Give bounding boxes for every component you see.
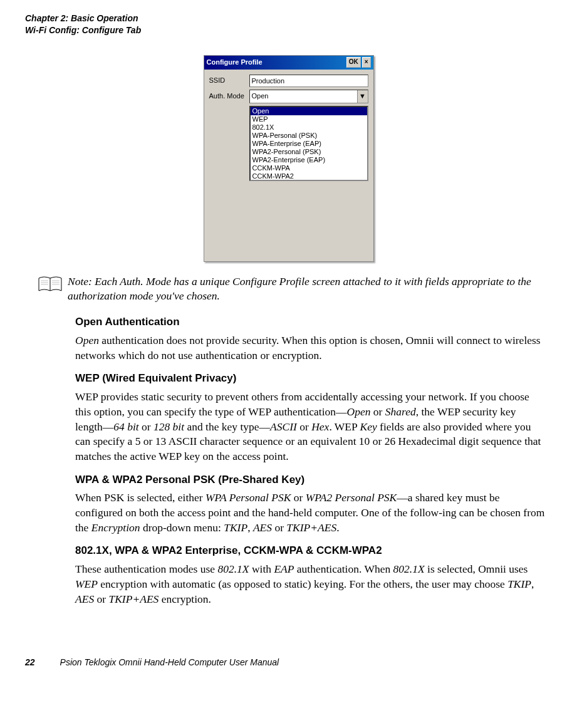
- list-item[interactable]: WPA-Enterprise (EAP): [251, 140, 367, 148]
- configure-profile-dialog: Configure Profile OK × SSID Production A…: [204, 55, 374, 262]
- list-item[interactable]: Open: [251, 107, 367, 115]
- auth-mode-listbox[interactable]: Open WEP 802.1X WPA-Personal (PSK) WPA-E…: [249, 106, 368, 181]
- footer-title: Psion Teklogix Omnii Hand-Held Computer …: [60, 657, 279, 668]
- para-psk: When PSK is selected, either WPA Persona…: [75, 491, 546, 535]
- heading-psk: WPA & WPA2 Personal PSK (Pre-Shared Key): [75, 473, 546, 487]
- list-item[interactable]: WPA2-Personal (PSK): [251, 148, 367, 156]
- heading-wep: WEP (Wired Equivalent Privacy): [75, 372, 546, 386]
- para-open-auth: Open authentication does not provide sec…: [75, 333, 546, 363]
- ssid-input[interactable]: Production: [249, 75, 368, 87]
- list-item[interactable]: 802.1X: [251, 123, 367, 132]
- close-button[interactable]: ×: [362, 57, 371, 68]
- chevron-down-icon[interactable]: ▼: [357, 90, 368, 103]
- page-header: Chapter 2: Basic Operation Wi-Fi Config:…: [25, 13, 552, 36]
- para-enterprise: These authentication modes use 802.1X wi…: [75, 562, 546, 606]
- ok-button[interactable]: OK: [346, 57, 361, 68]
- page-footer: 22 Psion Teklogix Omnii Hand-Held Comput…: [25, 657, 552, 668]
- note-block: Note: Each Auth. Mode has a unique Confi…: [25, 274, 552, 303]
- list-item[interactable]: WPA-Personal (PSK): [251, 132, 367, 140]
- list-item[interactable]: WPA2-Enterprise (EAP): [251, 156, 367, 164]
- auth-mode-label: Auth. Mode: [209, 91, 249, 101]
- para-wep: WEP provides static security to prevent …: [75, 390, 546, 464]
- heading-enterprise: 802.1X, WPA & WPA2 Enterprise, CCKM-WPA …: [75, 544, 546, 558]
- note-body: Each Auth. Mode has a unique Configure P…: [68, 275, 531, 302]
- heading-open-auth: Open Authentication: [75, 315, 546, 330]
- note-text: Note: Each Auth. Mode has a unique Confi…: [68, 274, 552, 303]
- chapter-line: Chapter 2: Basic Operation: [25, 13, 552, 24]
- auth-mode-dropdown[interactable]: Open ▼: [249, 90, 368, 103]
- list-item[interactable]: CCKM-WPA: [251, 164, 367, 172]
- content-section: Open Authentication Open authentication …: [75, 315, 546, 606]
- note-label: Note:: [68, 275, 92, 288]
- page-number: 22: [25, 657, 35, 668]
- dialog-title: Configure Profile: [207, 58, 263, 67]
- dialog-body: SSID Production Auth. Mode Open ▼ Open W…: [204, 70, 373, 261]
- list-item[interactable]: CCKM-WPA2: [251, 172, 367, 180]
- list-item[interactable]: WEP: [251, 115, 367, 123]
- section-line: Wi-Fi Config: Configure Tab: [25, 24, 552, 36]
- book-icon: [38, 276, 68, 298]
- auth-mode-value: Open: [250, 90, 357, 103]
- ssid-label: SSID: [209, 76, 249, 85]
- dialog-titlebar: Configure Profile OK ×: [204, 56, 373, 70]
- screenshot-container: Configure Profile OK × SSID Production A…: [25, 55, 552, 262]
